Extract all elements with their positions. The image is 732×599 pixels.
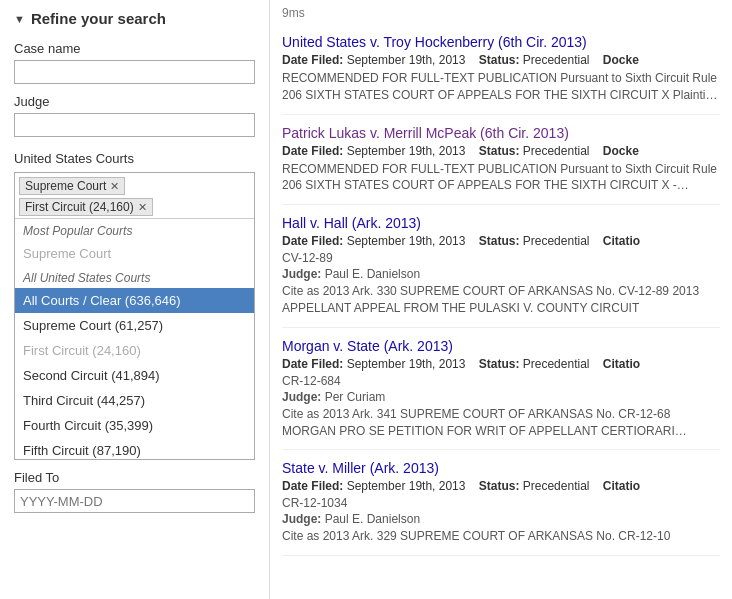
judge-label: Judge [14, 94, 255, 109]
dropdown-item-first[interactable]: First Circuit (24,160) [15, 338, 254, 363]
main-content: 9ms United States v. Troy Hockenberry (6… [270, 0, 732, 599]
result-judge: Judge: Per Curiam [282, 390, 720, 404]
result-case-number: CR-12-684 [282, 374, 720, 388]
result-meta: Date Filed: September 19th, 2013 Status:… [282, 479, 720, 493]
result-case-number: CV-12-89 [282, 251, 720, 265]
result-item: United States v. Troy Hockenberry (6th C… [282, 24, 720, 115]
tag-label: First Circuit (24,160) [25, 200, 134, 214]
dropdown-item-supreme-popular[interactable]: Supreme Court [15, 241, 254, 266]
tag-remove-first[interactable]: ✕ [138, 201, 147, 214]
result-snippet: Cite as 2013 Ark. 330 SUPREME COURT OF A… [282, 283, 720, 317]
result-item: Morgan v. State (Ark. 2013) Date Filed: … [282, 328, 720, 451]
result-item: Patrick Lukas v. Merrill McPeak (6th Cir… [282, 115, 720, 206]
refine-header: ▼ Refine your search [14, 10, 255, 27]
result-snippet: Cite as 2013 Ark. 341 SUPREME COURT OF A… [282, 406, 720, 440]
dropdown-item-supreme[interactable]: Supreme Court (61,257) [15, 313, 254, 338]
result-title-link[interactable]: Patrick Lukas v. Merrill McPeak (6th Cir… [282, 125, 720, 141]
refine-title: Refine your search [31, 10, 166, 27]
case-name-label: Case name [14, 41, 255, 56]
collapse-icon[interactable]: ▼ [14, 13, 25, 25]
perf-time: 9ms [282, 0, 720, 24]
all-courts-label: All United States Courts [15, 266, 254, 288]
result-meta: Date Filed: September 19th, 2013 Status:… [282, 53, 720, 67]
judge-input[interactable] [14, 113, 255, 137]
dropdown-list-wrapper: Most Popular Courts Supreme Court All Un… [15, 219, 254, 459]
result-meta: Date Filed: September 19th, 2013 Status:… [282, 234, 720, 248]
result-title-link[interactable]: State v. Miller (Ark. 2013) [282, 460, 720, 476]
dropdown-item-fourth[interactable]: Fourth Circuit (35,399) [15, 413, 254, 438]
dropdown-item-fifth[interactable]: Fifth Circuit (87,190) [15, 438, 254, 459]
result-title-link[interactable]: Hall v. Hall (Ark. 2013) [282, 215, 720, 231]
result-snippet: RECOMMENDED FOR FULL-TEXT PUBLICATION Pu… [282, 70, 720, 104]
result-meta: Date Filed: September 19th, 2013 Status:… [282, 144, 720, 158]
case-name-input[interactable] [14, 60, 255, 84]
filed-to-input[interactable] [14, 489, 255, 513]
result-judge: Judge: Paul E. Danielson [282, 267, 720, 281]
result-case-number: CR-12-1034 [282, 496, 720, 510]
courts-section-label: United States Courts [14, 151, 255, 166]
filed-to-field: Filed To [14, 470, 255, 513]
dropdown-item-all[interactable]: All Courts / Clear (636,646) [15, 288, 254, 313]
result-snippet: RECOMMENDED FOR FULL-TEXT PUBLICATION Pu… [282, 161, 720, 195]
courts-dropdown: Supreme Court ✕ First Circuit (24,160) ✕… [14, 172, 255, 460]
case-name-field: Case name [14, 41, 255, 84]
result-snippet: Cite as 2013 Ark. 329 SUPREME COURT OF A… [282, 528, 720, 545]
sidebar: ▼ Refine your search Case name Judge Uni… [0, 0, 270, 599]
result-meta: Date Filed: September 19th, 2013 Status:… [282, 357, 720, 371]
dropdown-item-third[interactable]: Third Circuit (44,257) [15, 388, 254, 413]
dropdown-item-second[interactable]: Second Circuit (41,894) [15, 363, 254, 388]
result-item: State v. Miller (Ark. 2013) Date Filed: … [282, 450, 720, 556]
result-item: Hall v. Hall (Ark. 2013) Date Filed: Sep… [282, 205, 720, 328]
tag-supreme-court[interactable]: Supreme Court ✕ [19, 177, 125, 195]
result-title-link[interactable]: United States v. Troy Hockenberry (6th C… [282, 34, 720, 50]
result-judge: Judge: Paul E. Danielson [282, 512, 720, 526]
judge-field: Judge [14, 94, 255, 137]
tag-first-circuit[interactable]: First Circuit (24,160) ✕ [19, 198, 153, 216]
result-title-link[interactable]: Morgan v. State (Ark. 2013) [282, 338, 720, 354]
dropdown-list[interactable]: Most Popular Courts Supreme Court All Un… [15, 219, 254, 459]
tag-remove-supreme[interactable]: ✕ [110, 180, 119, 193]
selected-tags-container: Supreme Court ✕ First Circuit (24,160) ✕ [15, 173, 254, 219]
most-popular-label: Most Popular Courts [15, 219, 254, 241]
filed-to-label: Filed To [14, 470, 255, 485]
tag-label: Supreme Court [25, 179, 106, 193]
